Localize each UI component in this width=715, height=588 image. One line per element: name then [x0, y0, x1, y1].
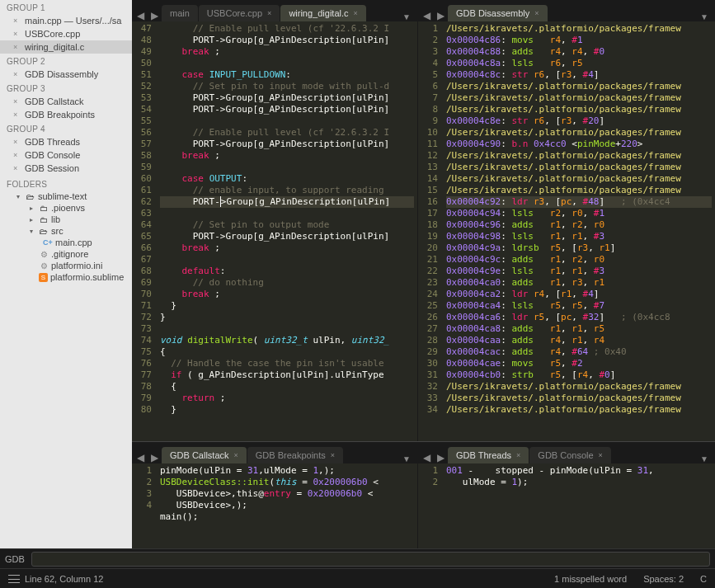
code-area[interactable]: 1234567891011121314151617181920212223242… [418, 21, 715, 441]
tree-file[interactable]: ⚙.gitignore [0, 248, 132, 260]
close-icon[interactable]: × [13, 16, 21, 25]
tab-bar: ◀▶GDB Threads×GDB Console×▼ [418, 442, 715, 463]
tree-file[interactable]: C+main.cpp [0, 237, 132, 248]
git-icon: ⚙ [39, 249, 49, 259]
file-label: GDB Session [25, 163, 79, 173]
menu-icon[interactable] [8, 575, 20, 583]
close-icon[interactable]: × [234, 451, 238, 459]
nav-fwd-icon[interactable]: ▶ [148, 10, 162, 21]
file-label: GDB Disassembly [25, 69, 98, 79]
sidebar-file-item[interactable]: ×wiring_digital.c [0, 40, 132, 54]
close-icon[interactable]: × [13, 164, 21, 172]
sidebar-file-item[interactable]: ×GDB Session [0, 162, 132, 175]
tab[interactable]: GDB Threads× [448, 447, 529, 463]
sidebar-file-item[interactable]: ×main.cpp — Users/.../sa [0, 14, 132, 27]
tab-label: wiring_digital.c [289, 8, 348, 18]
gutter: 12 [418, 463, 443, 548]
close-icon[interactable]: × [534, 9, 539, 17]
sidebar-file-item[interactable]: ×GDB Breakpoints [0, 108, 132, 121]
gdb-input[interactable] [31, 552, 710, 567]
sidebar-file-item[interactable]: ×GDB Console [0, 148, 132, 162]
file-label: GDB Threads [25, 137, 80, 147]
tab-label: GDB Breakpoints [256, 450, 326, 460]
tab[interactable]: USBCore.cpp× [199, 5, 280, 21]
sidebar-file-item[interactable]: ×GDB Threads [0, 135, 132, 148]
code-area[interactable]: 4748495051525354555657585960616263646566… [132, 21, 417, 441]
pane-bottom-left: ◀▶GDB Callstack×GDB Breakpoints×▼1234pin… [132, 442, 418, 548]
code-content[interactable]: pinMode(ulPin = 31,ulMode = 1,);USBDevic… [157, 463, 417, 548]
tree-folder[interactable]: ▾🗁src [0, 225, 132, 237]
file-label: USBCore.cpp [25, 29, 80, 39]
sidebar-file-item[interactable]: ×GDB Disassembly [0, 68, 132, 81]
nav-back-icon[interactable]: ◀ [134, 452, 148, 463]
close-icon[interactable]: × [331, 451, 335, 459]
pane-bottom-right: ◀▶GDB Threads×GDB Console×▼12001 - stopp… [418, 442, 715, 548]
tab[interactable]: main [162, 5, 198, 21]
ini-icon: ⚙ [39, 261, 49, 270]
status-lang[interactable]: C [700, 574, 707, 584]
file-label: GDB Callstack [25, 96, 84, 106]
tab-dropdown-icon[interactable]: ▼ [397, 12, 416, 21]
chevron-icon: ▸ [30, 205, 36, 212]
tree-file[interactable]: ⚙platformio.ini [0, 260, 132, 271]
close-icon[interactable]: × [13, 43, 21, 51]
close-icon[interactable]: × [13, 138, 21, 146]
tab-bar: ◀▶GDB Disassembly×▼ [418, 0, 715, 21]
tab-bar: ◀▶mainUSBCore.cpp×wiring_digital.c×▼ [132, 0, 417, 21]
tree-folder[interactable]: ▸🗀.pioenvs [0, 202, 132, 214]
nav-back-icon[interactable]: ◀ [420, 452, 434, 463]
code-area[interactable]: 1234pinMode(ulPin = 31,ulMode = 1,);USBD… [132, 463, 417, 548]
tab-dropdown-icon[interactable]: ▼ [397, 454, 416, 463]
close-icon[interactable]: × [13, 151, 21, 159]
tab[interactable]: GDB Breakpoints× [247, 447, 343, 463]
tab-label: GDB Console [538, 450, 593, 460]
close-icon[interactable]: × [13, 111, 21, 119]
tab-dropdown-icon[interactable]: ▼ [695, 454, 713, 463]
code-content[interactable]: 001 - stopped - pinMode(ulPin = 31, ulMo… [443, 463, 715, 548]
close-icon[interactable]: × [354, 9, 358, 17]
gdb-label: GDB [5, 554, 25, 564]
close-icon[interactable]: × [267, 9, 271, 17]
tab[interactable]: GDB Disassembly× [448, 5, 548, 21]
close-icon[interactable]: × [13, 97, 21, 106]
tab[interactable]: GDB Console× [529, 447, 611, 463]
tab[interactable]: wiring_digital.c× [280, 5, 365, 21]
tab-label: GDB Threads [456, 450, 511, 460]
tree-file[interactable]: Splatformio.sublime [0, 271, 132, 283]
file-label: GDB Breakpoints [25, 110, 95, 120]
group-header: GROUP 4 [0, 121, 132, 135]
sidebar-file-item[interactable]: ×USBCore.cpp [0, 27, 132, 40]
tab-label: GDB Callstack [170, 450, 229, 460]
code-area[interactable]: 12001 - stopped - pinMode(ulPin = 31, ul… [418, 463, 715, 548]
tree-folder[interactable]: ▸🗀lib [0, 214, 132, 225]
nav-back-icon[interactable]: ◀ [134, 10, 148, 21]
gdb-command-bar: GDB [0, 548, 715, 568]
sidebar-file-item[interactable]: ×GDB Callstack [0, 95, 132, 108]
file-label: wiring_digital.c [25, 42, 84, 52]
sublime-icon: S [39, 273, 48, 282]
chevron-icon: ▸ [30, 216, 36, 223]
nav-fwd-icon[interactable]: ▶ [148, 452, 162, 463]
chevron-down-icon: ▾ [16, 193, 23, 200]
tab-dropdown-icon[interactable]: ▼ [695, 12, 713, 21]
folder-icon: 🗁 [26, 191, 35, 201]
close-icon[interactable]: × [13, 30, 21, 38]
close-icon[interactable]: × [599, 451, 603, 459]
tab-bar: ◀▶GDB Callstack×GDB Breakpoints×▼ [132, 442, 417, 463]
code-content[interactable]: /Users/ikravets/.platformio/packages/fra… [443, 21, 715, 441]
nav-fwd-icon[interactable]: ▶ [434, 452, 448, 463]
close-icon[interactable]: × [13, 70, 21, 78]
folder-icon: 🗀 [39, 214, 49, 224]
group-header: GROUP 2 [0, 54, 132, 68]
tree-folder[interactable]: ▾🗁sublime-text [0, 191, 132, 202]
close-icon[interactable]: × [516, 451, 520, 459]
status-spaces[interactable]: Spaces: 2 [643, 574, 684, 584]
nav-fwd-icon[interactable]: ▶ [434, 10, 448, 21]
gutter: 4748495051525354555657585960616263646566… [132, 21, 157, 441]
sidebar: GROUP 1×main.cpp — Users/.../sa×USBCore.… [0, 0, 132, 548]
gutter: 1234567891011121314151617181920212223242… [418, 21, 443, 441]
code-content[interactable]: // Enable pull level (cf '22.6.3.2 I POR… [157, 21, 417, 441]
nav-back-icon[interactable]: ◀ [420, 10, 434, 21]
tab[interactable]: GDB Callstack× [162, 447, 247, 463]
status-spell[interactable]: 1 misspelled word [554, 574, 627, 584]
